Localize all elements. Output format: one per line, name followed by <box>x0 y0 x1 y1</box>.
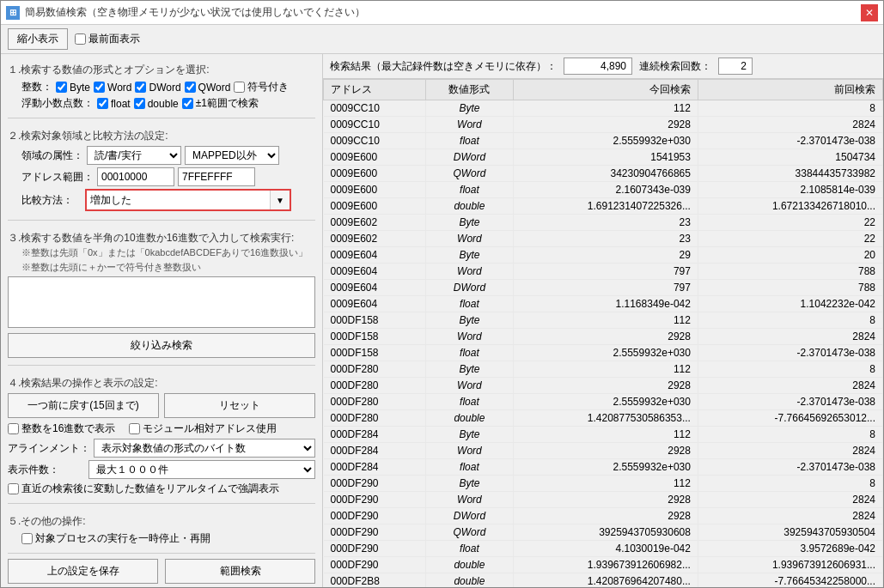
word-checkbox[interactable] <box>94 82 105 93</box>
signed-checkbox[interactable] <box>234 82 245 93</box>
byte-label[interactable]: Byte <box>56 82 90 94</box>
table-cell: 29 <box>513 247 698 264</box>
table-cell: Word <box>425 264 513 280</box>
alignment-select[interactable]: 表示対象数値の形式のバイト数 <box>94 439 315 458</box>
table-row[interactable]: 0009E604Byte2920 <box>324 247 883 264</box>
table-cell: float <box>425 345 513 361</box>
table-row[interactable]: 000DF290float4.1030019e-0423.9572689e-04… <box>324 541 883 557</box>
reset-button[interactable]: リセット <box>164 393 315 418</box>
table-row[interactable]: 000DF290double1.939673912606982...1.9396… <box>324 557 883 573</box>
table-cell: 1.939673912606931... <box>698 557 882 573</box>
table-row[interactable]: 000DF290Word29282824 <box>324 492 883 508</box>
pause-checkbox[interactable] <box>21 533 33 544</box>
table-cell: 000DF290 <box>324 541 426 557</box>
table-row[interactable]: 000DF280Word29282824 <box>324 378 883 394</box>
module-checkbox[interactable] <box>129 423 140 434</box>
table-row[interactable]: 000DF280float2.5559932e+030-2.3701473e-0… <box>324 394 883 410</box>
table-row[interactable]: 0009E602Word2322 <box>324 231 883 247</box>
compare-dropdown-btn[interactable]: ▼ <box>270 191 290 209</box>
module-label[interactable]: モジュール相対アドレス使用 <box>129 421 277 436</box>
table-cell: 112 <box>513 476 698 492</box>
table-cell: Byte <box>425 312 513 329</box>
hex-display-label[interactable]: 整数を16進数で表示 <box>8 421 115 436</box>
table-row[interactable]: 000DF290DWord29282824 <box>324 508 883 524</box>
range-checkbox[interactable] <box>182 98 193 109</box>
table-row[interactable]: 000DF284float2.5559932e+030-2.3701473e-0… <box>324 459 883 476</box>
save-settings-button[interactable]: 上の設定を保存 <box>8 559 158 584</box>
section5: ５.その他の操作: 対象プロセスの実行を一時停止・再開 <box>8 511 315 546</box>
range-search-button[interactable]: 範囲検索 <box>165 559 315 584</box>
dword-checkbox[interactable] <box>135 82 146 93</box>
compare-label: 比較方法： <box>21 193 82 208</box>
table-cell: Byte <box>425 476 513 492</box>
results-count-input[interactable] <box>564 58 632 75</box>
realtime-checkbox[interactable] <box>8 483 19 494</box>
table-cell: DWord <box>425 508 513 524</box>
hex-display-checkbox[interactable] <box>8 423 19 434</box>
float-checkbox[interactable] <box>97 98 108 109</box>
dword-label[interactable]: DWord <box>135 82 180 94</box>
results-table: アドレス 数値形式 今回検索 前回検索 0009CC10Byte11280009… <box>323 79 883 587</box>
table-row[interactable]: 0009CC10Byte1128 <box>324 100 883 117</box>
table-row[interactable]: 000DF158Byte1128 <box>324 312 883 329</box>
consecutive-count-input[interactable] <box>718 58 753 75</box>
table-cell: -2.3701473e-038 <box>698 133 882 149</box>
table-row[interactable]: 0009CC10float2.5559932e+030-2.3701473e-0… <box>324 133 883 149</box>
table-cell: 0009E602 <box>324 215 426 231</box>
table-row[interactable]: 0009E602Byte2322 <box>324 215 883 231</box>
back-button[interactable]: 一つ前に戻す(15回まで) <box>8 393 159 418</box>
pause-label[interactable]: 対象プロセスの実行を一時停止・再開 <box>8 531 315 546</box>
search-value-input[interactable] <box>8 276 315 328</box>
table-row[interactable]: 000DF280double1.420877530586353...-7.766… <box>324 410 883 427</box>
byte-checkbox[interactable] <box>56 82 67 93</box>
table-cell: 1.420877530586353... <box>513 410 698 427</box>
addr-to-input[interactable] <box>178 167 255 186</box>
front-display-label[interactable]: 最前面表示 <box>75 32 140 46</box>
table-cell: 000DF290 <box>324 476 426 492</box>
region-select[interactable]: 読/書/実行 <box>87 146 181 165</box>
table-row[interactable]: 0009E600QWord342309047668653384443573398… <box>324 166 883 182</box>
table-row[interactable]: 0009E604float1.1168349e-0421.1042232e-04… <box>324 296 883 312</box>
table-row[interactable]: 000DF2B8double1.420876964207480...-7.766… <box>324 573 883 588</box>
table-cell: 3925943705930504 <box>698 524 882 541</box>
table-row[interactable]: 0009E604Word797788 <box>324 264 883 280</box>
table-row[interactable]: 0009CC10Word29282824 <box>324 117 883 133</box>
table-row[interactable]: 000DF284Byte1128 <box>324 427 883 443</box>
collapse-button[interactable]: 縮小表示 <box>8 28 68 50</box>
table-row[interactable]: 0009E600DWord15419531504734 <box>324 149 883 166</box>
table-row[interactable]: 0009E604DWord797788 <box>324 280 883 296</box>
table-row[interactable]: 0009E600float2.1607343e-0392.1085814e-03… <box>324 182 883 198</box>
qword-label[interactable]: QWord <box>185 82 231 94</box>
front-display-checkbox[interactable] <box>75 33 86 45</box>
realtime-label[interactable]: 直近の検索後に変動した数値をリアルタイムで強調表示 <box>8 482 315 496</box>
double-checkbox[interactable] <box>134 98 145 109</box>
table-row[interactable]: 000DF290Byte1128 <box>324 476 883 492</box>
table-cell: 0009E600 <box>324 149 426 166</box>
table-cell: 3925943705930608 <box>513 524 698 541</box>
table-row[interactable]: 000DF284Word29282824 <box>324 443 883 459</box>
table-cell: -7.76645342258000... <box>698 573 882 588</box>
section3-note1: ※整数は先頭「0x」または「0kabcdefABCDEFありで16進数扱い」 <box>8 246 315 260</box>
table-cell: 34230904766865 <box>513 166 698 182</box>
display-count-select[interactable]: 最大１０００件 <box>88 460 315 479</box>
table-row[interactable]: 000DF280Byte1128 <box>324 361 883 378</box>
compare-input[interactable] <box>87 191 270 209</box>
region-select2[interactable]: MAPPED以外 <box>185 146 279 165</box>
table-row[interactable]: 000DF158Word29282824 <box>324 329 883 345</box>
word-label[interactable]: Word <box>94 82 131 94</box>
close-button[interactable]: ✕ <box>861 4 878 21</box>
table-row[interactable]: 000DF290QWord392594370593060839259437059… <box>324 524 883 541</box>
addr-from-input[interactable] <box>97 167 174 186</box>
compare-combo[interactable]: ▼ <box>85 189 291 211</box>
table-row[interactable]: 000DF158float2.5559932e+030-2.3701473e-0… <box>324 345 883 361</box>
float-cb-label[interactable]: float <box>97 98 131 110</box>
signed-label[interactable]: 符号付き <box>234 80 289 94</box>
divider2 <box>8 220 315 221</box>
table-row[interactable]: 0009E600double1.691231407225326...1.6721… <box>324 198 883 215</box>
qword-checkbox[interactable] <box>185 82 196 93</box>
table-cell: 2928 <box>513 378 698 394</box>
col-header-prev: 前回検索 <box>698 80 882 100</box>
refine-search-button[interactable]: 絞り込み検索 <box>8 333 315 358</box>
double-cb-label[interactable]: double <box>134 98 179 110</box>
range-cb-label[interactable]: ±1範囲で検索 <box>182 96 259 111</box>
